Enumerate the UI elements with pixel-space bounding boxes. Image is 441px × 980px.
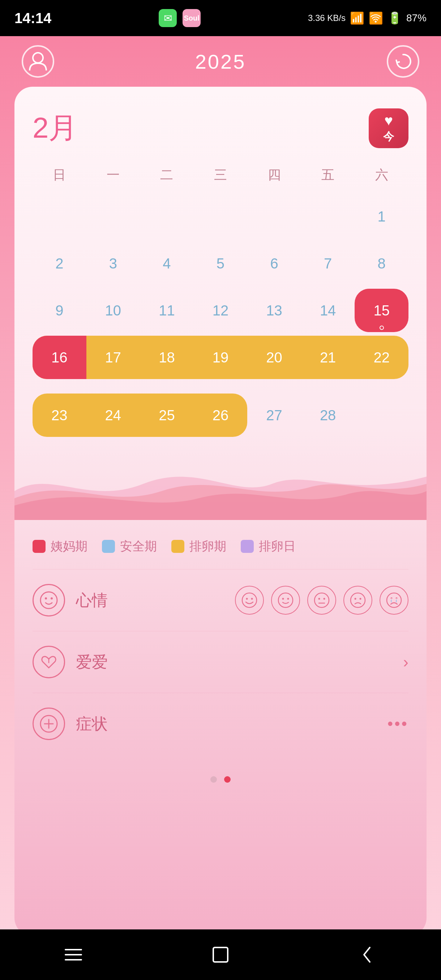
day-header-wed: 三 (194, 162, 248, 188)
cal-day-14[interactable]: 14 (301, 289, 355, 332)
cal-day-empty (194, 195, 248, 238)
nav-home-button[interactable] (202, 940, 239, 969)
symptoms-section[interactable]: 症状 ••• (33, 693, 409, 754)
cal-day-19[interactable]: 19 (194, 336, 248, 379)
status-time: 14:14 (14, 10, 51, 26)
year-title: 2025 (195, 50, 246, 73)
love-section[interactable]: i 爱爱 › (33, 631, 409, 693)
mood-label: 心情 (76, 590, 235, 611)
legend-label-safe: 安全期 (120, 538, 157, 555)
svg-point-4 (242, 593, 256, 608)
legend-label-period: 姨妈期 (51, 538, 88, 555)
cal-day-24[interactable]: 24 (86, 393, 140, 437)
cal-day-11[interactable]: 11 (140, 289, 194, 332)
day-header-tue: 二 (140, 162, 194, 188)
legend-safe: 安全期 (102, 538, 157, 555)
day-header-thu: 四 (247, 162, 301, 188)
cal-day-17[interactable]: 17 (86, 336, 140, 379)
dot-indicator-1[interactable] (210, 776, 217, 783)
today-badge[interactable]: ♥ 今 (369, 108, 409, 148)
cal-day-26[interactable]: 26 (194, 393, 248, 437)
svg-rect-25 (213, 948, 228, 962)
mood-icon (33, 584, 65, 616)
legend-dot-ovulation (171, 540, 184, 553)
symptoms-dots-icon: ••• (387, 715, 409, 733)
cal-day-1[interactable]: 1 (355, 195, 409, 238)
wave-decoration (14, 448, 427, 520)
symptoms-label: 症状 (76, 713, 387, 735)
cal-day-28[interactable]: 28 (301, 393, 355, 437)
main-card: 2月 ♥ 今 日 一 二 三 四 五 六 1 2 3 4 5 6 7 8 9 1 (14, 87, 427, 936)
calendar-week-1: 1 (33, 195, 409, 238)
network-speed: 3.36 KB/s (308, 13, 345, 23)
legend: 姨妈期 安全期 排卵期 排卵日 (33, 538, 409, 555)
svg-text:i: i (48, 657, 49, 665)
calendar-week-4: 16 17 18 19 20 21 22 (33, 336, 409, 379)
cal-day-empty (33, 195, 86, 238)
mood-emoji-list (235, 586, 409, 615)
signal-icon: 📶 (350, 11, 365, 25)
calendar-week-5: 23 24 25 26 27 28 (33, 393, 409, 437)
wifi-icon: 🛜 (369, 11, 383, 25)
battery-icon: 🔋 (387, 11, 402, 25)
cal-day-27[interactable]: 27 (247, 393, 301, 437)
mood-emoji-2[interactable] (271, 586, 300, 615)
cal-day-20[interactable]: 20 (247, 336, 301, 379)
cal-day-4[interactable]: 4 (140, 242, 194, 285)
cal-day-16[interactable]: 16 (33, 336, 86, 379)
cal-day-25[interactable]: 25 (140, 393, 194, 437)
heart-icon: ♥ (384, 112, 393, 129)
cal-day-13[interactable]: 13 (247, 289, 301, 332)
legend-label-ovulation: 排卵期 (189, 538, 226, 555)
day-header-mon: 一 (86, 162, 140, 188)
nav-back-button[interactable] (350, 940, 386, 969)
svg-point-5 (246, 598, 248, 600)
cal-day-21[interactable]: 21 (301, 336, 355, 379)
app-icons: ✉ Soul (159, 9, 201, 27)
mood-section: 心情 (33, 569, 409, 631)
svg-point-8 (282, 598, 284, 600)
cal-day-12[interactable]: 12 (194, 289, 248, 332)
svg-point-1 (40, 592, 57, 609)
cal-day-empty (86, 195, 140, 238)
cal-day-7[interactable]: 7 (301, 242, 355, 285)
profile-button[interactable] (22, 45, 54, 78)
svg-point-14 (351, 593, 365, 608)
cal-day-2[interactable]: 2 (33, 242, 86, 285)
cal-day-6[interactable]: 6 (247, 242, 301, 285)
status-bar: 14:14 ✉ Soul 3.36 KB/s 📶 🛜 🔋 87% (0, 0, 441, 36)
svg-point-2 (45, 597, 47, 600)
cal-day-empty (140, 195, 194, 238)
today-label: 今 (383, 129, 394, 144)
calendar-day-headers: 日 一 二 三 四 五 六 (33, 162, 409, 188)
svg-point-11 (318, 598, 320, 600)
mood-emoji-1[interactable] (235, 586, 264, 615)
legend-label-ovday: 排卵日 (259, 538, 296, 555)
cal-day-5[interactable]: 5 (194, 242, 248, 285)
app-header: 2025 (0, 36, 441, 87)
cal-day-empty (247, 195, 301, 238)
legend-ovulation-period: 排卵期 (171, 538, 226, 555)
cal-day-15[interactable]: 15 (355, 289, 409, 332)
cal-day-22[interactable]: 22 (355, 336, 409, 379)
day-header-sat: 六 (355, 162, 409, 188)
mood-emoji-3[interactable] (307, 586, 336, 615)
svg-point-10 (314, 593, 329, 608)
cal-day-18[interactable]: 18 (140, 336, 194, 379)
mood-emoji-4[interactable] (343, 586, 372, 615)
cal-day-3[interactable]: 3 (86, 242, 140, 285)
dot-indicator-2[interactable] (224, 776, 231, 783)
nav-menu-button[interactable] (55, 940, 91, 969)
svg-point-0 (33, 53, 43, 63)
cal-day-23[interactable]: 23 (33, 393, 86, 437)
mood-emoji-5[interactable] (380, 586, 409, 615)
svg-point-7 (279, 593, 293, 608)
legend-dot-ovday (241, 540, 254, 553)
calendar-week-2: 2 3 4 5 6 7 8 (33, 242, 409, 285)
refresh-button[interactable] (387, 45, 419, 78)
dot-indicators (33, 776, 409, 783)
cal-day-8[interactable]: 8 (355, 242, 409, 285)
cal-day-9[interactable]: 9 (33, 289, 86, 332)
cal-day-10[interactable]: 10 (86, 289, 140, 332)
legend-dot-period (33, 540, 46, 553)
